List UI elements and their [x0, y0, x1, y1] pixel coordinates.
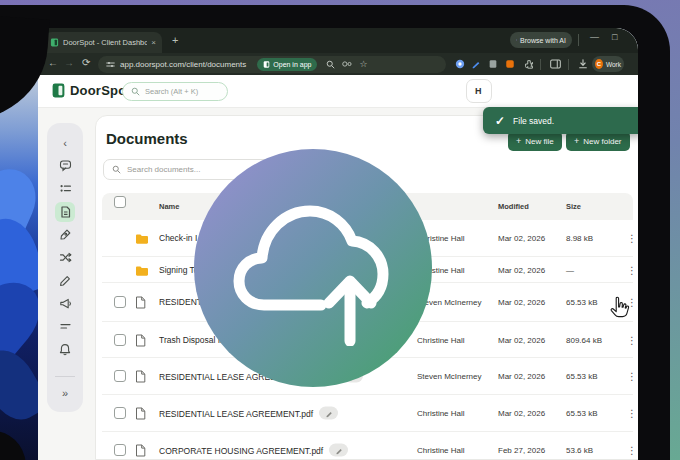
new-folder-button[interactable]: + New folder	[566, 131, 630, 151]
extension-pencil-icon[interactable]	[471, 59, 481, 69]
sidebar-rail: ‹ »	[47, 123, 83, 412]
sidebar-item-chat[interactable]	[59, 154, 72, 177]
row-menu-button[interactable]: ⋮	[627, 408, 637, 419]
row-menu-button[interactable]: ⋮	[627, 233, 637, 244]
sidebar-item-announcements[interactable]	[59, 292, 72, 315]
site-settings-icon[interactable]	[106, 60, 115, 69]
row-checkbox[interactable]	[114, 444, 126, 456]
modified-date: Mar 02, 2026	[498, 298, 545, 307]
folder-icon	[135, 231, 149, 249]
open-in-app-label: Open in app	[273, 61, 311, 68]
column-modified[interactable]: Modified	[498, 202, 529, 211]
modified-date: Mar 02, 2026	[498, 409, 545, 418]
sidebar-item-documents[interactable]	[55, 200, 75, 223]
documents-search-placeholder: Search documents...	[127, 165, 200, 174]
row-checkbox[interactable]	[114, 334, 126, 346]
profile-chip[interactable]: C Work	[592, 56, 624, 72]
browser-toolbar: ← → ⟳ app.doorspot.com/client/documents …	[38, 53, 638, 75]
open-in-app-button[interactable]: Open in app	[257, 58, 317, 71]
column-name[interactable]: Name	[159, 202, 179, 211]
sidebar-item-shuffle[interactable]	[59, 246, 72, 269]
sidebar-item-list[interactable]	[59, 315, 72, 338]
upload-overlay	[194, 149, 432, 387]
file-name[interactable]: RESIDENTIAL LEASE AGREEMENT.pdf	[159, 408, 313, 418]
table-row[interactable]: CORPORATE HOUSING AGREEMENT.pdf Christin…	[102, 432, 633, 460]
doorspot-mini-icon	[263, 61, 270, 68]
table-row[interactable]: RESIDENTIAL LEASE AGREEMENT.pdf Christin…	[102, 395, 633, 432]
address-bar[interactable]: app.doorspot.com/client/documents Open i…	[98, 56, 446, 73]
edit-chip[interactable]	[319, 407, 338, 420]
folder-icon	[135, 233, 149, 245]
folder-icon	[135, 265, 149, 277]
row-checkbox[interactable]	[114, 407, 126, 419]
maximize-button[interactable]: □	[612, 32, 617, 42]
file-icon	[135, 295, 146, 313]
doorspot-brand[interactable]: DoorSpot	[52, 83, 131, 98]
browse-with-ai-button[interactable]: Browse with AI	[510, 32, 572, 48]
back-button[interactable]: ←	[48, 57, 58, 68]
sidebar-item-edit[interactable]	[59, 269, 71, 292]
row-menu-button[interactable]: ⋮	[627, 371, 637, 382]
file-name[interactable]: CORPORATE HOUSING AGREEMENT.pdf	[159, 445, 323, 455]
file-size: 65.53 kB	[566, 409, 598, 418]
file-size: 65.53 kB	[566, 298, 598, 307]
search-icon[interactable]	[326, 60, 335, 69]
file-icon	[135, 370, 146, 383]
row-menu-button[interactable]: ⋮	[627, 264, 637, 275]
extensions-puzzle-icon[interactable]	[524, 59, 534, 69]
new-file-label: New file	[525, 137, 553, 146]
cloud-upload-icon	[231, 191, 396, 346]
column-size[interactable]: Size	[566, 202, 581, 211]
row-checkbox[interactable]	[114, 296, 126, 308]
profile-label: Work	[606, 61, 621, 68]
uploaded-by: Christine Hall	[417, 335, 465, 344]
doorspot-favicon	[50, 38, 59, 47]
extension-orange-icon[interactable]	[505, 59, 515, 69]
new-tab-button[interactable]: +	[172, 34, 178, 46]
uploaded-by: Christine Hall	[417, 409, 465, 418]
device-screen: DoorSpot - Client Dashboard × + Browse w…	[0, 28, 638, 460]
browser-tab-bar: DoorSpot - Client Dashboard × + Browse w…	[38, 28, 638, 53]
reload-button[interactable]: ⟳	[82, 57, 90, 68]
ai-sparkle-icon	[516, 36, 517, 44]
file-name[interactable]: Check-in I	[159, 233, 197, 243]
global-search-placeholder: Search (Alt + K)	[145, 87, 198, 96]
select-all-checkbox[interactable]	[114, 196, 126, 208]
new-folder-label: New folder	[583, 137, 621, 146]
url-text[interactable]: app.doorspot.com/client/documents	[120, 60, 246, 69]
forward-button[interactable]: →	[64, 57, 74, 68]
check-icon: ✓	[495, 114, 505, 128]
extension-gray-icon[interactable]	[488, 59, 498, 69]
plus-icon: +	[574, 136, 579, 146]
page-title: Documents	[106, 130, 188, 147]
sidebar-collapse-button[interactable]: ‹	[63, 131, 67, 154]
bookmark-star-icon[interactable]: ☆	[359, 59, 367, 69]
minimize-button[interactable]: —	[590, 32, 599, 42]
sidebar-expand-button[interactable]: »	[62, 381, 68, 404]
modified-date: Mar 02, 2026	[498, 265, 545, 274]
new-file-button[interactable]: + New file	[508, 131, 562, 151]
sidebar-item-notifications[interactable]	[59, 338, 71, 361]
download-icon[interactable]	[578, 59, 588, 69]
sidebar-item-tasks[interactable]	[59, 177, 72, 200]
row-menu-button[interactable]: ⋮	[627, 334, 637, 345]
side-panel-icon[interactable]	[550, 59, 561, 69]
extension-blue-icon[interactable]	[455, 59, 465, 69]
eye-icon[interactable]	[342, 60, 352, 68]
header-partial-button[interactable]: H	[466, 79, 492, 103]
file-icon	[135, 443, 146, 460]
row-menu-button[interactable]: ⋮	[627, 445, 637, 456]
active-item-highlight	[55, 202, 75, 222]
modified-date: Mar 02, 2026	[498, 335, 545, 344]
edit-chip[interactable]	[329, 444, 348, 457]
tab-close-icon[interactable]: ×	[151, 38, 156, 47]
global-search-input[interactable]: Search (Alt + K)	[122, 82, 228, 101]
file-size: 809.64 kB	[566, 335, 602, 344]
plus-icon: +	[516, 136, 521, 146]
modified-date: Mar 02, 2026	[498, 372, 545, 381]
divider	[578, 34, 579, 46]
row-checkbox[interactable]	[114, 370, 126, 382]
marketing-backdrop: DoorSpot - Client Dashboard × + Browse w…	[0, 0, 680, 460]
browser-tab[interactable]: DoorSpot - Client Dashboard ×	[44, 32, 162, 53]
sidebar-item-signature[interactable]	[59, 223, 72, 246]
